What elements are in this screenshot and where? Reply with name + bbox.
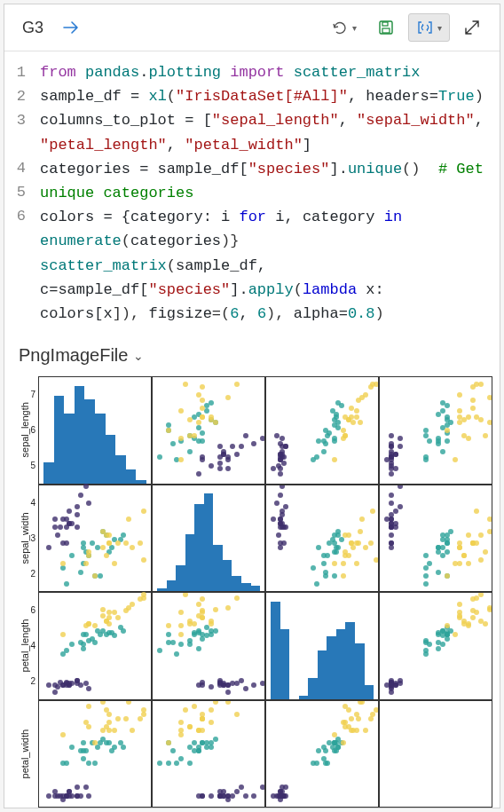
save-icon	[378, 20, 394, 35]
save-button[interactable]	[371, 14, 401, 41]
plot-cell-sepal_length-vs-petal_width	[379, 376, 492, 484]
plot-cell-sepal_width-vs-petal_length	[265, 485, 379, 592]
code-editor[interactable]: 123456 from pandas.plotting import scatt…	[4, 51, 500, 338]
expand-button[interactable]	[457, 14, 487, 41]
refresh-brackets-icon	[416, 20, 434, 35]
plot-cell-petal_length-vs-sepal_length: 642	[38, 592, 152, 699]
expand-icon	[464, 20, 480, 35]
plot-cell-sepal_length-vs-sepal_length: 765	[38, 376, 152, 484]
axis-label-petal_width: petal_width	[12, 700, 38, 808]
plot-cell-sepal_length-vs-sepal_width	[152, 376, 265, 484]
arrow-right-icon	[63, 20, 81, 35]
svg-rect-0	[380, 21, 392, 34]
plot-cell-sepal_width-vs-petal_width	[379, 485, 492, 592]
undo-icon	[331, 20, 349, 35]
svg-rect-1	[382, 28, 390, 33]
editor-toolbar: G3 ▾ ▾	[4, 4, 500, 51]
code-content[interactable]: from pandas.plotting import scatter_matr…	[40, 60, 492, 326]
python-editor-panel: G3 ▾ ▾	[4, 4, 500, 808]
plot-cell-petal_width-vs-sepal_width	[152, 700, 265, 808]
goto-cell-button[interactable]	[56, 15, 88, 40]
cell-reference: G3	[17, 19, 49, 37]
result-type-label: PngImageFile	[19, 345, 128, 366]
output-type-button[interactable]: ▾	[408, 13, 450, 42]
plot-cell-sepal_width-vs-sepal_width	[152, 485, 265, 592]
plot-cell-petal_width-vs-sepal_length	[38, 700, 152, 808]
plot-cell-sepal_length-vs-petal_length	[265, 376, 379, 484]
plot-cell-petal_length-vs-petal_width	[379, 592, 492, 699]
plot-cell-petal_width-vs-petal_width	[379, 700, 492, 808]
chevron-down-icon: ▾	[437, 23, 442, 33]
plot-cell-petal_length-vs-petal_length	[265, 592, 379, 699]
line-number-gutter: 123456	[12, 60, 40, 326]
plot-cell-sepal_width-vs-sepal_length: 432	[38, 485, 152, 592]
chevron-down-icon: ▾	[352, 23, 357, 33]
chevron-down-icon: ⌄	[133, 349, 144, 363]
plot-cell-petal_width-vs-petal_length	[265, 700, 379, 808]
svg-rect-2	[382, 22, 388, 26]
scatter-matrix-plot: sepal_length765sepal_width432petal_lengt…	[4, 373, 500, 808]
plot-cell-petal_length-vs-sepal_width	[152, 592, 265, 699]
undo-button[interactable]: ▾	[324, 14, 364, 41]
result-type-header[interactable]: PngImageFile ⌄	[4, 338, 500, 373]
